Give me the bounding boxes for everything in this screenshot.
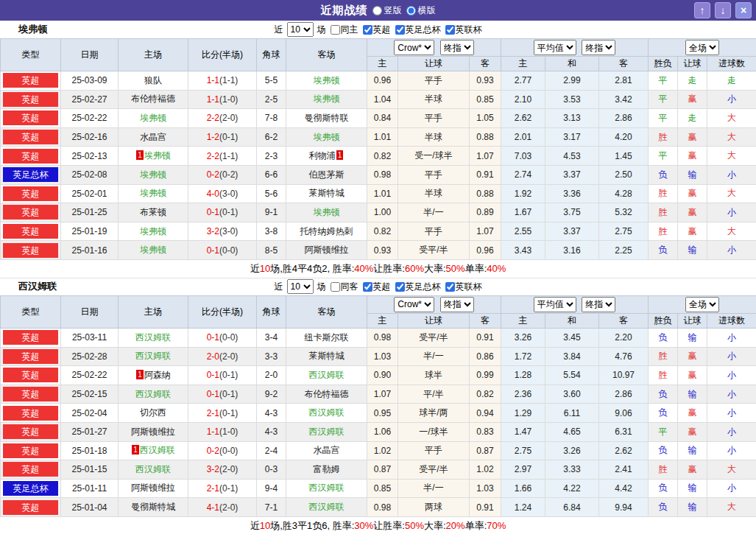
match-row: 英超25-02-15西汉姆联0-1(0-1)9-2布伦特福德1.07平/半0.8… bbox=[1, 385, 756, 404]
games-count-select[interactable]: 10 bbox=[287, 279, 314, 294]
scroll-up-button[interactable]: ↑ bbox=[694, 2, 710, 18]
avg-final-select[interactable]: 终指 bbox=[582, 40, 615, 55]
league-checkbox-facup[interactable]: 英足总杯 bbox=[392, 281, 441, 293]
half-time-score: (0-1) bbox=[219, 408, 238, 418]
average-select[interactable]: 平均值 bbox=[534, 40, 576, 55]
layout-vertical-radio[interactable]: 竖版 bbox=[372, 4, 402, 17]
odds-final-select[interactable]: 终指 bbox=[440, 40, 474, 55]
close-button[interactable]: × bbox=[735, 2, 752, 18]
bookmaker-select[interactable]: Crow* bbox=[394, 297, 434, 312]
same-away-input[interactable] bbox=[331, 282, 340, 292]
cell-avg-home: 2.55 bbox=[501, 222, 545, 241]
games-suffix-label: 场 bbox=[317, 281, 326, 293]
cell-avg-home: 2.74 bbox=[501, 165, 545, 184]
cell-result-winloss: 负 bbox=[649, 241, 678, 260]
horizontal-radio-input[interactable] bbox=[406, 6, 416, 15]
fa-cup-input[interactable] bbox=[395, 25, 405, 35]
league-checkbox-premier[interactable]: 英超 bbox=[360, 281, 391, 293]
full-time-score: 0-2 bbox=[207, 446, 219, 456]
page-title: 近期战绩 bbox=[321, 4, 368, 18]
scroll-down-button[interactable]: ↓ bbox=[715, 2, 731, 18]
result-label: 赢 bbox=[688, 427, 697, 437]
summary-segment: 让胜率: bbox=[373, 262, 405, 275]
cell-score: 0-1(0-0) bbox=[188, 241, 257, 260]
result-label: 走 bbox=[688, 113, 697, 123]
cell-avg-away: 2.81 bbox=[599, 71, 649, 91]
cell-result-handicap: 赢 bbox=[678, 222, 707, 241]
vertical-radio-input[interactable] bbox=[372, 6, 382, 15]
cell-type: 英超 bbox=[1, 441, 61, 460]
cell-result-handicap: 走 bbox=[678, 71, 707, 91]
cell-odds-away: 1.07 bbox=[470, 222, 501, 241]
league-badge: 英超 bbox=[3, 349, 58, 364]
cell-away-team: 西汉姆联 bbox=[286, 498, 367, 517]
average-select[interactable]: 平均值 bbox=[534, 297, 576, 312]
col-score: 比分(半场) bbox=[188, 39, 257, 71]
cell-odds-handicap: 平/半 bbox=[398, 385, 470, 404]
col-odds-handicap: 让球 bbox=[398, 57, 470, 71]
result-label: 小 bbox=[727, 245, 736, 255]
team-label: 西汉姆联 bbox=[309, 427, 345, 437]
cell-odds-handicap: 半/一 bbox=[398, 203, 470, 222]
team-label: 莱斯特城 bbox=[309, 351, 345, 361]
premier-league-input[interactable] bbox=[363, 25, 372, 35]
result-label: 输 bbox=[688, 169, 697, 180]
full-time-score: 3-2 bbox=[207, 464, 219, 474]
league-badge: 英足总杯 bbox=[3, 481, 58, 496]
efl-cup-input[interactable] bbox=[445, 25, 455, 35]
bookmaker-select[interactable]: Crow* bbox=[394, 40, 434, 55]
cell-away-team: 托特纳姆热刺 bbox=[286, 222, 367, 241]
results-table: 类型 日期 主场 比分(半场) 角球 客场 Crow* 终指 平均值 终指 bbox=[0, 38, 756, 260]
cell-odds-away: 0.99 bbox=[470, 366, 501, 385]
near-label: 近 bbox=[275, 281, 283, 293]
avg-final-select[interactable]: 终指 bbox=[582, 297, 615, 312]
match-row: 英超25-01-04曼彻斯特城4-1(2-0)7-1西汉姆联0.98两球0.91… bbox=[1, 498, 756, 517]
result-label: 胜 bbox=[659, 370, 668, 380]
team-label: 纽卡斯尔联 bbox=[305, 332, 349, 343]
fa-cup-input[interactable] bbox=[395, 282, 405, 292]
league-badge: 英超 bbox=[3, 205, 58, 220]
cell-score: 0-1(0-0) bbox=[188, 328, 257, 347]
same-home-checkbox[interactable]: 同主 bbox=[328, 24, 358, 36]
layout-horizontal-radio[interactable]: 横版 bbox=[406, 4, 436, 17]
cell-result-goals: 小 bbox=[707, 479, 756, 498]
cell-avg-draw: 2.99 bbox=[545, 71, 599, 91]
full-time-score: 1-1 bbox=[207, 427, 219, 437]
scope-select[interactable]: 全场 bbox=[685, 40, 719, 55]
cell-date: 25-02-27 bbox=[61, 90, 119, 109]
cell-away-team: 埃弗顿 bbox=[286, 127, 367, 147]
cell-score: 1-2(0-1) bbox=[188, 127, 257, 147]
result-label: 负 bbox=[659, 332, 668, 343]
team-label: 切尔西 bbox=[140, 407, 166, 418]
premier-league-input[interactable] bbox=[363, 282, 372, 292]
cell-away-team: 西汉姆联 bbox=[286, 479, 367, 498]
full-time-score: 2-0 bbox=[207, 351, 219, 362]
cell-result-handicap: 走 bbox=[678, 109, 707, 128]
col-odds-home: 主 bbox=[367, 313, 398, 328]
cell-result-winloss: 平 bbox=[649, 71, 678, 91]
cell-type: 英超 bbox=[1, 90, 61, 109]
league-badge: 英超 bbox=[3, 406, 58, 421]
efl-cup-input[interactable] bbox=[445, 282, 455, 292]
cell-avg-draw: 3.53 bbox=[545, 90, 599, 109]
col-avg-away: 客 bbox=[599, 57, 649, 71]
cell-type: 英超 bbox=[1, 109, 61, 128]
cell-type: 英超 bbox=[1, 460, 61, 480]
odds-final-select[interactable]: 终指 bbox=[440, 297, 474, 312]
cell-avg-away: 1.45 bbox=[599, 147, 649, 166]
summary-segment: 10 bbox=[260, 520, 270, 531]
league-checkbox-eflcup[interactable]: 英联杯 bbox=[442, 281, 482, 293]
league-checkbox-premier[interactable]: 英超 bbox=[360, 24, 391, 36]
cell-date: 25-02-22 bbox=[61, 109, 119, 128]
league-checkbox-eflcup[interactable]: 英联杯 bbox=[442, 24, 482, 36]
same-home-input[interactable] bbox=[331, 25, 340, 35]
scope-select[interactable]: 全场 bbox=[685, 297, 719, 312]
team-label: 莱斯特城 bbox=[309, 188, 345, 198]
cell-odds-handicap: 平手 bbox=[398, 109, 470, 128]
same-away-checkbox[interactable]: 同客 bbox=[328, 281, 358, 293]
cell-avg-home: 1.28 bbox=[501, 366, 545, 385]
league-checkbox-facup[interactable]: 英足总杯 bbox=[392, 24, 441, 36]
cell-type: 英超 bbox=[1, 328, 61, 347]
red-card-badge: 1 bbox=[136, 370, 144, 379]
games-count-select[interactable]: 10 bbox=[287, 22, 314, 37]
